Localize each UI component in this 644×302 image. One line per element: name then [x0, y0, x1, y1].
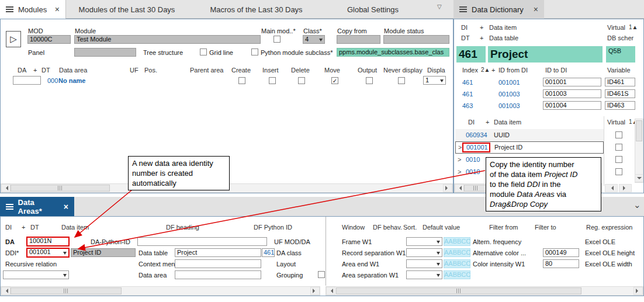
da-field[interactable]: 10001N [26, 237, 70, 247]
sort-asc-icon[interactable]: 2▲ [481, 67, 490, 73]
dict-data-item-label[interactable]: Data item [489, 24, 517, 31]
h-scrollbar-right[interactable] [326, 286, 643, 296]
frame-w1-select[interactable] [406, 237, 442, 246]
da-input[interactable] [13, 76, 41, 85]
class-select[interactable]: 4 [303, 35, 325, 44]
panel-field[interactable] [74, 48, 136, 57]
virtual-checkbox[interactable] [615, 131, 622, 138]
scroll-right-button[interactable] [633, 287, 643, 295]
tab-data-dictionary[interactable]: Data Dictionary × [453, 0, 544, 19]
col-uf[interactable]: UF [130, 67, 139, 74]
col-displa[interactable]: Displa [427, 67, 445, 74]
python-subclass-checkbox[interactable] [251, 48, 258, 55]
dict-plus[interactable]: + [480, 34, 483, 41]
col-default-value[interactable]: Default value [423, 224, 460, 231]
scroll-left-button[interactable] [455, 184, 464, 192]
selected-data-item-name[interactable]: Project [488, 46, 603, 63]
relation-row[interactable]: 461 001003 001003 ID461S [454, 89, 636, 100]
data-item-field[interactable]: Project ID [71, 248, 136, 257]
alternative-color-field[interactable]: 000149 [543, 248, 579, 257]
main-module-checkbox[interactable] [273, 36, 281, 43]
col-di[interactable]: DI [5, 224, 12, 231]
rel-col-id-to[interactable]: ID to DI [545, 67, 567, 74]
dict-data-table-label[interactable]: Data table [489, 34, 518, 41]
record-color-chip[interactable]: AABBCC [444, 248, 470, 257]
move-checkbox[interactable]: ✓ [331, 77, 338, 84]
area-end-select[interactable] [406, 259, 442, 268]
close-icon[interactable]: × [534, 5, 538, 13]
items-col-di[interactable]: DI [468, 119, 475, 126]
dict-dt-label[interactable]: DT [461, 34, 470, 41]
expand-icon[interactable]: > [458, 144, 462, 151]
items-col-virtual[interactable]: Virtual [607, 119, 625, 126]
hamburger-icon[interactable] [6, 204, 13, 210]
context-menu-field[interactable] [175, 259, 261, 268]
area-separation-select[interactable] [406, 270, 442, 279]
col-create[interactable]: Create [231, 67, 251, 74]
scroll-thumb[interactable] [11, 185, 110, 192]
hamburger-icon[interactable] [459, 6, 467, 12]
scroll-down-button[interactable] [635, 174, 643, 182]
frame-color-chip[interactable]: AABBCC [444, 237, 470, 246]
display-count-select[interactable]: 1 [423, 76, 446, 85]
collapse-panel-icon[interactable]: ⌄ [633, 200, 641, 210]
create-checkbox[interactable] [238, 77, 245, 84]
rel-plus[interactable]: + [491, 67, 495, 74]
dict-db-schema-label[interactable]: DB scher [607, 34, 633, 41]
expand-icon[interactable]: > [458, 156, 461, 163]
nav-left-button[interactable] [605, 184, 618, 192]
col-df-behav[interactable]: DF behav. [373, 224, 402, 231]
close-icon[interactable]: × [64, 203, 68, 211]
hamburger-icon[interactable] [6, 6, 13, 12]
insert-checkbox[interactable] [269, 77, 276, 84]
tab-macros-last-30-days[interactable]: Macros of the Last 30 Days [188, 0, 325, 19]
scroll-left-button[interactable] [1, 287, 11, 295]
scroll-left-button[interactable] [326, 287, 335, 295]
h-scrollbar-left[interactable] [1, 286, 320, 296]
data-table-field[interactable]: Project [175, 248, 261, 257]
df-heading-field[interactable] [137, 237, 267, 246]
module-field[interactable]: Test Module [74, 35, 261, 44]
subclass-field[interactable]: ppms.module_subclasses.base_clas [337, 48, 449, 57]
tab-modules[interactable]: Modules × [0, 0, 66, 19]
col-data-area[interactable]: Data area [59, 67, 87, 74]
rel-col-id-from[interactable]: ID from DI [498, 67, 528, 74]
run-button[interactable]: ▷ [6, 31, 21, 47]
col-insert[interactable]: Insert [262, 67, 279, 74]
col-move[interactable]: Move [324, 67, 340, 74]
tab-modules-last-30-days[interactable]: Modules of the Last 30 Days [66, 0, 188, 19]
ddi-field[interactable]: 001001 [26, 248, 70, 258]
rel-col-variable[interactable]: Variable [607, 67, 631, 74]
col-pos[interactable]: Pos. [144, 67, 157, 74]
scroll-thumb[interactable] [336, 287, 581, 294]
record-separation-select[interactable] [406, 248, 442, 257]
area-separation-color-chip[interactable]: AABBCC [444, 270, 470, 279]
scroll-thumb[interactable] [11, 287, 122, 294]
area-end-color-chip[interactable]: AABBCC [444, 259, 470, 268]
module-status-field[interactable] [383, 35, 449, 44]
virtual-checkbox[interactable] [615, 144, 622, 151]
virtual-checkbox[interactable] [615, 156, 622, 163]
close-icon[interactable]: × [55, 5, 60, 13]
grouping-checkbox[interactable] [318, 271, 325, 278]
scroll-right-button[interactable] [310, 287, 320, 295]
col-delete[interactable]: Delete [291, 67, 310, 74]
data-item-row[interactable]: > 001001 Project ID [455, 141, 604, 154]
col-never-display[interactable]: Never display [383, 67, 423, 74]
color-intensity-field[interactable]: 80 [543, 259, 579, 268]
data-item-row[interactable]: 060934 UUID [455, 129, 604, 141]
dict-plus[interactable]: + [480, 24, 483, 31]
col-filter-from[interactable]: Filter from [489, 224, 518, 231]
copy-from-field[interactable] [337, 35, 380, 44]
col-sort[interactable]: Sort. [403, 224, 417, 231]
dict-di-label[interactable]: DI [461, 24, 468, 31]
col-df-heading[interactable]: DF heading [166, 224, 199, 231]
scroll-left-button[interactable] [1, 184, 11, 192]
col-dt[interactable]: DT [30, 224, 39, 231]
col-parent-area[interactable]: Parent area [190, 67, 223, 74]
selected-di[interactable]: 461 [456, 46, 486, 63]
expand-icon[interactable]: > [458, 168, 461, 175]
data-area-field[interactable] [175, 270, 261, 279]
row-data-area-name[interactable]: No name [58, 77, 85, 84]
output-checkbox[interactable] [366, 77, 373, 84]
